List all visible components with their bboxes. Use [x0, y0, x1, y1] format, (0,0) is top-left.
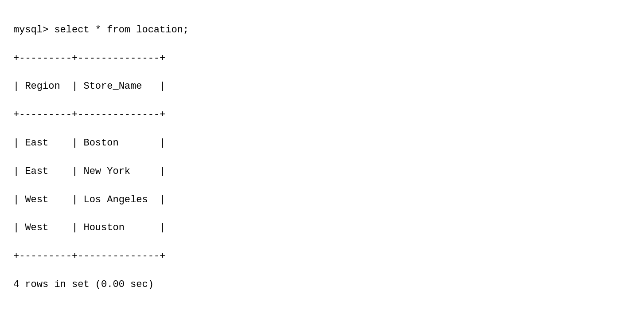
- result1: 4 rows in set (0.00 sec): [13, 278, 631, 292]
- table1-row1: | East | Boston |: [13, 136, 631, 150]
- table1-row2: | East | New York |: [13, 165, 631, 179]
- table1-header: | Region | Store_Name |: [13, 79, 631, 94]
- table1-row3: | West | Los Angeles |: [13, 193, 631, 207]
- terminal-output: mysql> select * from location; +--------…: [13, 9, 631, 318]
- table1-border-mid: +---------+--------------+: [13, 108, 631, 122]
- table1-border-bot: +---------+--------------+: [13, 249, 631, 263]
- query1-line: mysql> select * from location;: [13, 23, 631, 37]
- table1-row4: | West | Houston |: [13, 221, 631, 235]
- table1-border-top: +---------+--------------+: [13, 51, 631, 66]
- query1-text: select * from location;: [54, 24, 189, 35]
- blank1: [13, 306, 631, 318]
- prompt1: mysql>: [13, 24, 54, 35]
